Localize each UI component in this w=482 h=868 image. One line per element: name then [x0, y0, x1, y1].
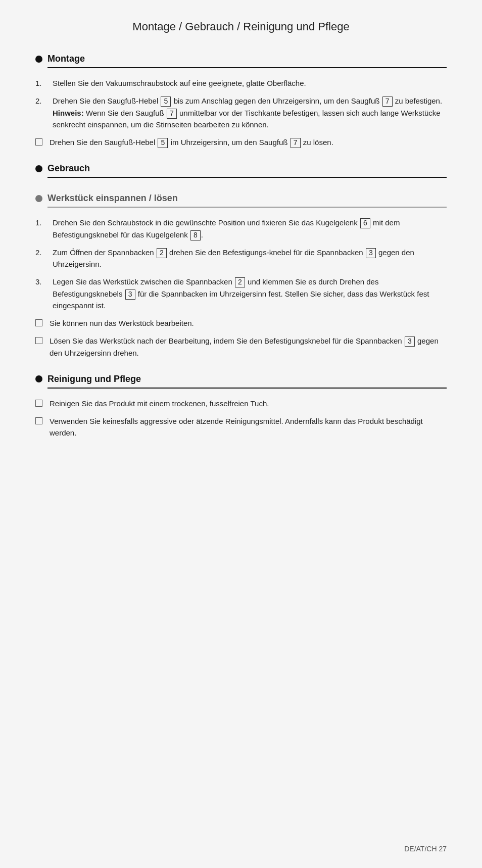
- werkstuck-title: Werkstück einspannen / lösen: [35, 193, 447, 204]
- inline-box: 8: [190, 230, 201, 240]
- list-item: Reinigen Sie das Produkt mit einem trock…: [35, 398, 447, 409]
- list-item: Sie können nun das Werkstück bearbeiten.: [35, 317, 447, 329]
- list-item: 3. Legen Sie das Werkstück zwischen die …: [35, 276, 447, 311]
- list-content: Drehen Sie den Saugfuß-Hebel 5 im Uhrzei…: [50, 136, 447, 148]
- list-square-bullet: [35, 138, 42, 146]
- werkstuck-list: 1. Drehen Sie den Schraubstock in die ge…: [35, 217, 447, 359]
- list-number: 1.: [35, 217, 45, 240]
- inline-box: 5: [161, 97, 171, 107]
- inline-box: 3: [125, 290, 135, 300]
- inline-box: 2: [235, 277, 245, 287]
- bullet-circle-reinigung: [35, 375, 42, 382]
- list-item: Lösen Sie das Werkstück nach der Bearbei…: [35, 335, 447, 359]
- reinigung-underline: [47, 388, 447, 389]
- list-square-bullet: [35, 400, 42, 407]
- list-square-bullet: [35, 319, 42, 326]
- list-number: 3.: [35, 276, 45, 311]
- werkstuck-section: Werkstück einspannen / lösen 1. Drehen S…: [35, 193, 447, 359]
- inline-box: 7: [167, 109, 177, 119]
- list-item: Drehen Sie den Saugfuß-Hebel 5 im Uhrzei…: [35, 136, 447, 148]
- page-footer: DE/AT/CH 27: [404, 845, 447, 853]
- werkstuck-underline: [47, 207, 447, 208]
- inline-box: 5: [158, 138, 168, 148]
- list-number: 2.: [35, 247, 45, 270]
- inline-box: 7: [291, 138, 301, 148]
- montage-title: Montage: [35, 54, 447, 64]
- list-content: Reinigen Sie das Produkt mit einem trock…: [50, 398, 447, 409]
- list-content: Stellen Sie den Vakuumschraubstock auf e…: [53, 77, 447, 89]
- list-content: Legen Sie das Werkstück zwischen die Spa…: [53, 276, 447, 311]
- page-title: Montage / Gebrauch / Reinigung und Pfleg…: [35, 20, 447, 38]
- list-content: Sie können nun das Werkstück bearbeiten.: [50, 317, 447, 329]
- inline-box: 3: [366, 248, 376, 258]
- bold-hint: Hinweis:: [53, 109, 84, 117]
- list-content: Zum Öffnen der Spannbacken 2 drehen Sie …: [53, 247, 447, 270]
- list-item: 1. Stellen Sie den Vakuumschraubstock au…: [35, 77, 447, 89]
- montage-underline: [47, 67, 447, 68]
- montage-list: 1. Stellen Sie den Vakuumschraubstock au…: [35, 77, 447, 148]
- list-square-bullet: [35, 337, 42, 344]
- gebrauch-underline: [47, 177, 447, 178]
- list-number: 1.: [35, 77, 45, 89]
- list-content: Drehen Sie den Schraubstock in die gewün…: [53, 217, 447, 240]
- inline-box: 3: [405, 336, 415, 347]
- list-square-bullet: [35, 417, 42, 424]
- gebrauch-title: Gebrauch: [35, 163, 447, 174]
- list-content: Lösen Sie das Werkstück nach der Bearbei…: [50, 335, 447, 359]
- inline-box: 2: [157, 248, 167, 258]
- reinigung-list: Reinigen Sie das Produkt mit einem trock…: [35, 398, 447, 439]
- montage-section: Montage 1. Stellen Sie den Vakuumschraub…: [35, 54, 447, 148]
- list-item: 2. Drehen Sie den Saugfuß-Hebel 5 bis zu…: [35, 95, 447, 130]
- list-item: 2. Zum Öffnen der Spannbacken 2 drehen S…: [35, 247, 447, 270]
- gebrauch-section: Gebrauch: [35, 163, 447, 178]
- inline-box: 7: [382, 97, 393, 107]
- list-item: 1. Drehen Sie den Schraubstock in die ge…: [35, 217, 447, 240]
- reinigung-title: Reinigung und Pflege: [35, 374, 447, 384]
- list-item: Verwenden Sie keinesfalls aggressive ode…: [35, 415, 447, 439]
- page: Montage / Gebrauch / Reinigung und Pfleg…: [0, 0, 482, 868]
- bullet-circle-gebrauch: [35, 165, 42, 172]
- bullet-circle-werkstuck: [35, 195, 42, 202]
- reinigung-section: Reinigung und Pflege Reinigen Sie das Pr…: [35, 374, 447, 439]
- inline-box: 6: [360, 218, 370, 228]
- bullet-circle-montage: [35, 56, 42, 63]
- list-content: Verwenden Sie keinesfalls aggressive ode…: [50, 415, 447, 439]
- list-number: 2.: [35, 95, 45, 130]
- list-content: Drehen Sie den Saugfuß-Hebel 5 bis zum A…: [53, 95, 447, 130]
